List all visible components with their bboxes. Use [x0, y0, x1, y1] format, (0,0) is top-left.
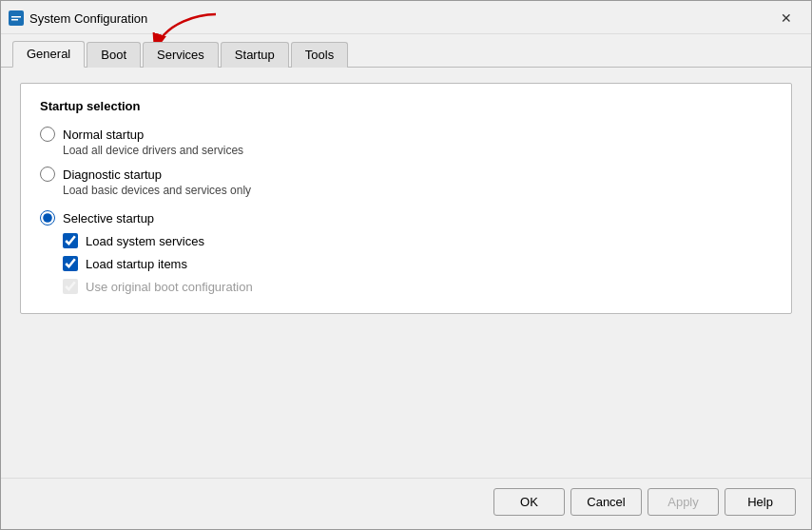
tab-services[interactable]: Services — [143, 42, 219, 68]
load-startup-items-label: Load startup items — [86, 257, 187, 271]
use-original-boot-row: Use original boot configuration — [63, 279, 772, 294]
selective-checkboxes: Load system services Load startup items … — [63, 233, 772, 294]
footer: OK Cancel Apply Help — [1, 478, 811, 529]
window-title: System Configuration — [29, 11, 147, 26]
diagnostic-startup-option: Diagnostic startup Load basic devices an… — [40, 167, 772, 197]
tab-general[interactable]: General — [12, 41, 85, 68]
normal-startup-option: Normal startup Load all device drivers a… — [40, 127, 772, 157]
normal-startup-label: Normal startup — [63, 128, 144, 142]
use-original-boot-label: Use original boot configuration — [86, 280, 253, 294]
diagnostic-startup-label: Diagnostic startup — [63, 167, 162, 182]
content-area: Startup selection Normal startup Load al… — [1, 68, 811, 478]
system-configuration-window: System Configuration ✕ General Boot Serv… — [0, 0, 812, 530]
ok-button[interactable]: OK — [493, 488, 565, 516]
svg-rect-1 — [11, 16, 21, 18]
cancel-button[interactable]: Cancel — [570, 488, 642, 516]
svg-rect-0 — [10, 12, 22, 24]
startup-selection-box: Startup selection Normal startup Load al… — [20, 83, 792, 314]
section-title: Startup selection — [40, 99, 772, 113]
selective-startup-section: Selective startup Load system services L… — [40, 210, 772, 294]
diagnostic-startup-radio[interactable] — [40, 167, 55, 182]
tab-bar: General Boot Services Startup Tools — [1, 34, 811, 68]
selective-startup-label: Selective startup — [63, 211, 154, 226]
radio-group: Normal startup Load all device drivers a… — [40, 127, 772, 294]
apply-button[interactable]: Apply — [648, 488, 719, 516]
tab-startup[interactable]: Startup — [221, 42, 289, 68]
load-startup-items-checkbox[interactable] — [63, 256, 78, 271]
svg-rect-2 — [11, 19, 18, 21]
title-bar: System Configuration ✕ — [1, 1, 811, 34]
normal-startup-radio[interactable] — [40, 127, 55, 142]
load-system-services-row: Load system services — [63, 233, 772, 248]
title-bar-left: System Configuration — [9, 10, 147, 26]
close-button[interactable]: ✕ — [773, 9, 800, 28]
tab-boot[interactable]: Boot — [87, 42, 141, 68]
tab-tools[interactable]: Tools — [291, 42, 348, 68]
selective-startup-radio[interactable] — [40, 210, 55, 226]
help-button[interactable]: Help — [725, 488, 796, 516]
load-system-services-checkbox[interactable] — [63, 233, 78, 248]
normal-startup-desc: Load all device drivers and services — [63, 144, 772, 157]
use-original-boot-checkbox — [63, 279, 78, 294]
load-startup-items-row: Load startup items — [63, 256, 772, 271]
load-system-services-label: Load system services — [86, 234, 204, 248]
app-icon — [9, 10, 24, 26]
diagnostic-startup-desc: Load basic devices and services only — [63, 184, 772, 197]
